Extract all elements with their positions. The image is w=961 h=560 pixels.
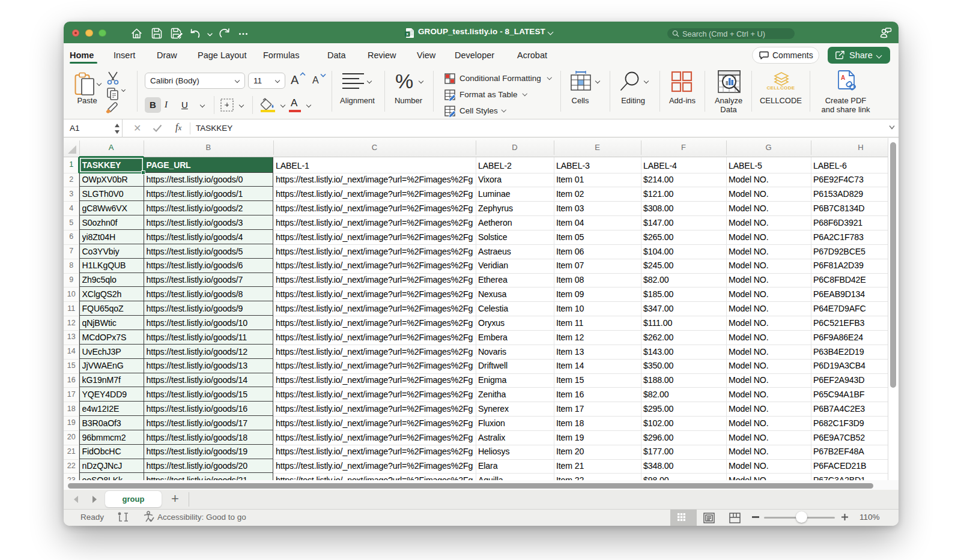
- svg-text:x: x: [406, 32, 408, 36]
- svg-text:A: A: [841, 74, 845, 81]
